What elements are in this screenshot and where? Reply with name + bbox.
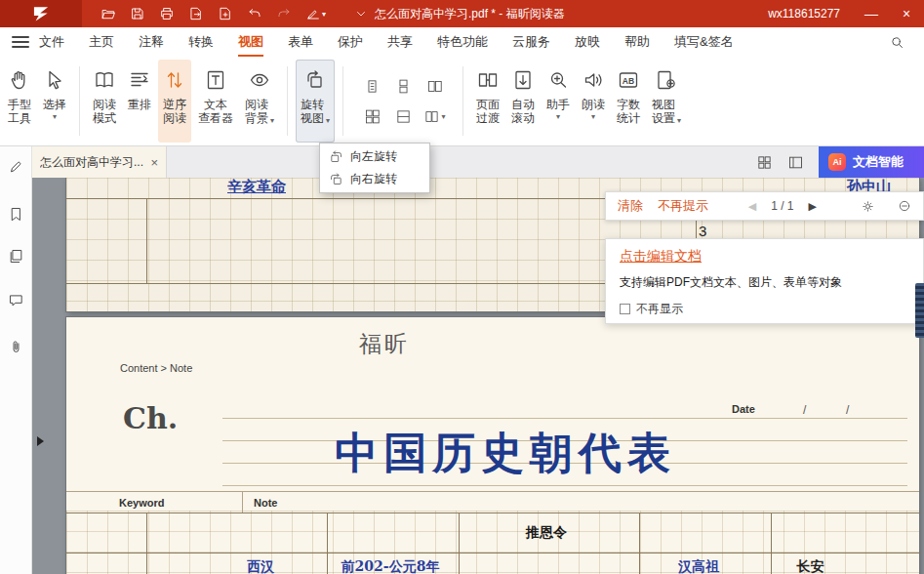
reading-background-button[interactable]: 阅读 背景▾	[240, 60, 279, 143]
redo-button[interactable]	[269, 0, 299, 27]
undo-button[interactable]	[240, 0, 269, 27]
menu-item-rotate-right[interactable]: 向右旋转	[320, 168, 429, 190]
page-modes-dropdown-icon[interactable]: ▾	[442, 112, 446, 121]
export-button[interactable]	[181, 0, 211, 27]
tab-comment[interactable]: 注释	[139, 27, 164, 57]
reflow-button[interactable]: 重排	[123, 60, 156, 143]
assistant-label: 助手	[546, 98, 570, 111]
collapsed-toolbar-handle[interactable]	[915, 283, 924, 338]
bookmarks-panel-button[interactable]	[0, 199, 32, 228]
pages-panel-button[interactable]	[0, 241, 32, 270]
select-dropdown-icon[interactable]: ▾	[53, 112, 57, 121]
dont-remind-button[interactable]: 不再提示	[658, 197, 708, 215]
view-settings-dropdown-icon[interactable]: ▾	[677, 116, 681, 125]
book-view-button[interactable]: ▾	[419, 102, 450, 132]
rotate-view-label: 旋转 视图	[301, 98, 324, 125]
page-display-modes: ▾	[356, 71, 450, 132]
dont-show-again-row[interactable]: 不再显示	[620, 301, 909, 317]
doc-intelligence-label: 文档智能	[853, 153, 904, 171]
read-aloud-button[interactable]: 朗读 ▾	[577, 60, 610, 143]
auto-scroll-button[interactable]: 自动 滚动	[506, 60, 540, 143]
select-label: 选择	[43, 98, 66, 111]
grid-view-icon	[756, 154, 773, 171]
page-transition-button[interactable]: 页面 过渡	[471, 60, 504, 143]
read-aloud-dropdown-icon[interactable]: ▾	[591, 112, 595, 121]
collapse-notification-button[interactable]	[898, 199, 911, 213]
edit-document-link[interactable]: 点击编辑文档	[620, 248, 702, 266]
close-button[interactable]: ×	[889, 0, 924, 27]
tab-convert[interactable]: 转换	[188, 27, 214, 57]
split-view-button[interactable]	[387, 102, 419, 132]
rotate-view-dropdown-icon[interactable]: ▾	[326, 116, 330, 125]
doc-intelligence-button[interactable]: Ai 文档智能	[819, 146, 924, 178]
tab-cloud[interactable]: 云服务	[512, 27, 550, 57]
close-tab-icon[interactable]: ×	[150, 155, 158, 170]
hand-tool-button[interactable]: 手型 工具	[3, 60, 36, 143]
document-tab[interactable]: 怎么面对高中学习... ×	[32, 146, 167, 178]
menu-file[interactable]: 文件	[39, 27, 64, 57]
clear-button[interactable]: 清除	[618, 197, 643, 215]
word-count-icon: AB	[617, 65, 640, 95]
single-page-button[interactable]	[356, 71, 387, 102]
view-settings-button[interactable]: 视图 设置▾	[647, 60, 686, 143]
pdf-text-link[interactable]: 辛亥革命	[227, 178, 286, 196]
dont-show-checkbox[interactable]	[620, 304, 630, 314]
expand-panel-arrow[interactable]	[37, 436, 44, 446]
navigation-sidebar	[0, 146, 32, 574]
save-button[interactable]	[123, 0, 152, 27]
ribbon-divider	[287, 66, 288, 136]
continuous-page-button[interactable]	[387, 71, 419, 102]
reflow-label: 重排	[128, 98, 151, 111]
minimize-button[interactable]: —	[854, 0, 889, 27]
pen-dropdown-icon[interactable]: ▾	[322, 10, 326, 19]
assistant-dropdown-icon[interactable]: ▾	[556, 112, 560, 121]
tab-help[interactable]: 帮助	[624, 27, 650, 57]
document-viewport[interactable]: 辛亥革命 孙中山 3 福昕 Content > Note Ch. 中国历史朝代表…	[32, 178, 924, 574]
table-border	[66, 512, 919, 513]
reverse-read-button[interactable]: 逆序 阅读	[158, 60, 191, 143]
table-border	[146, 512, 147, 574]
tab-slideshow[interactable]: 放映	[575, 27, 600, 57]
page-panel-button[interactable]	[787, 154, 804, 171]
chevron-down-icon[interactable]	[355, 8, 367, 20]
rotate-view-icon	[303, 65, 327, 95]
tab-home[interactable]: 主页	[89, 27, 114, 57]
reverse-read-icon	[163, 65, 186, 95]
next-notification-icon[interactable]: ▶	[809, 200, 817, 213]
comments-panel-button[interactable]	[0, 285, 32, 314]
attachments-panel-button[interactable]	[0, 332, 32, 361]
read-mode-button[interactable]: 阅读 模式	[88, 60, 121, 143]
tab-form[interactable]: 表单	[288, 27, 313, 57]
foxit-logo[interactable]	[0, 0, 82, 27]
menu-item-rotate-left[interactable]: 向左旋转	[320, 145, 429, 168]
text-viewer-button[interactable]: 文本 查看器	[193, 60, 238, 143]
quick-pen-button[interactable]	[0, 151, 32, 181]
prev-notification-icon[interactable]: ◀	[748, 200, 756, 213]
tabbar-right-tools: Ai 文档智能	[756, 146, 924, 178]
reading-background-dropdown-icon[interactable]: ▾	[270, 116, 274, 125]
menu-icon[interactable]	[12, 36, 29, 48]
tab-fill-sign[interactable]: 填写&签名	[674, 27, 734, 57]
new-document-button[interactable]	[211, 0, 240, 27]
tab-protect[interactable]: 保护	[338, 27, 363, 57]
facing-page-button[interactable]	[419, 71, 450, 102]
table-border	[66, 553, 919, 554]
notification-settings-button[interactable]	[861, 199, 875, 214]
note-label: Note	[254, 497, 277, 509]
open-file-button[interactable]	[94, 0, 123, 27]
select-tool-button[interactable]: 选择 ▾	[38, 60, 71, 143]
table-cell-dynasty: 西汉	[231, 558, 290, 574]
search-icon[interactable]	[890, 35, 904, 50]
print-button[interactable]	[152, 0, 181, 27]
tab-features[interactable]: 特色功能	[437, 27, 488, 57]
tab-share[interactable]: 共享	[387, 27, 413, 57]
continuous-facing-button[interactable]	[356, 102, 387, 132]
grid-view-button[interactable]	[756, 154, 773, 171]
bookmark-icon	[8, 206, 24, 223]
new-doc-icon	[218, 6, 233, 21]
tab-view[interactable]: 视图	[238, 27, 263, 57]
user-id[interactable]: wx118615277	[768, 7, 840, 20]
assistant-button[interactable]: 助手 ▾	[542, 60, 575, 143]
word-count-button[interactable]: AB 字数 统计	[612, 60, 645, 143]
rotate-view-button[interactable]: 旋转 视图▾	[296, 60, 335, 143]
